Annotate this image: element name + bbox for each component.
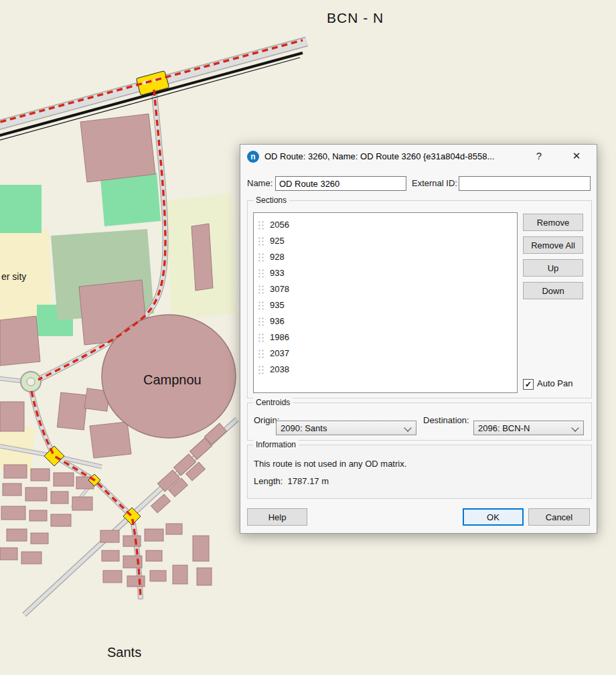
length-value: 1787.17 m [288,476,329,486]
section-list-item[interactable]: 1986 [254,329,517,345]
external-id-label: External ID: [412,176,457,191]
auto-pan-label: Auto Pan [537,378,573,389]
map-label-bcn-n: BCN - N [327,10,384,26]
section-list-item[interactable]: 2056 [254,216,517,232]
remove-button[interactable]: Remove [523,214,583,231]
help-button[interactable]: Help [247,508,307,526]
drag-handle-icon [257,236,264,246]
origin-dropdown[interactable]: 2090: Sants [276,421,416,435]
auto-pan-checkbox[interactable]: ✓ [523,379,534,390]
drag-handle-icon [257,348,264,358]
down-button[interactable]: Down [523,282,583,299]
close-icon[interactable]: ✕ [570,150,583,162]
chevron-down-icon [404,424,411,431]
dialog-title: OD Route: 3260, Name: OD Route 3260 {e31… [264,151,494,161]
drag-handle-icon [257,316,264,326]
information-group: Information This route is not used in an… [247,445,592,499]
information-legend: Information [253,440,299,449]
destination-dropdown[interactable]: 2096: BCN-N [473,421,584,435]
roundabout [21,372,41,392]
external-id-input[interactable] [459,176,591,191]
section-list-item[interactable]: 928 [254,248,517,265]
name-input[interactable] [275,176,406,191]
section-list-item[interactable]: 3078 [254,281,517,297]
destination-value: 2096: BCN-N [478,423,530,433]
drag-handle-icon [257,284,264,294]
help-icon[interactable]: ? [532,150,546,161]
cancel-button[interactable]: Cancel [528,508,590,526]
drag-handle-icon [257,364,264,374]
section-list-item[interactable]: 935 [254,297,517,313]
sections-list[interactable]: 20569259289333078935936198620372038 [253,212,518,393]
chevron-down-icon [571,424,579,431]
section-list-item[interactable]: 936 [254,313,517,329]
map-label-university-partial: er sity [1,271,26,282]
destination-label: Destination: [423,413,469,428]
drag-handle-icon [257,220,264,230]
map-label-sants: Sants [107,645,141,660]
dialog-titlebar[interactable]: n OD Route: 3260, Name: OD Route 3260 {e… [240,145,597,169]
od-route-dialog: n OD Route: 3260, Name: OD Route 3260 {e… [240,144,597,534]
railway-line [0,53,303,143]
drag-handle-icon [257,300,264,310]
section-list-item[interactable]: 2038 [254,361,517,377]
map-label-campnou: Campnou [143,372,202,388]
drag-handle-icon [257,332,264,342]
section-list-item[interactable]: 925 [254,232,517,248]
up-button[interactable]: Up [523,259,583,277]
sections-legend: Sections [253,196,289,205]
length-label: Length: [254,476,283,486]
origin-value: 2090: Sants [281,423,327,433]
drag-handle-icon [257,268,264,278]
name-label: Name: [247,176,273,191]
centroids-legend: Centroids [253,398,293,407]
remove-all-button[interactable]: Remove All [523,236,583,254]
info-length-line: Length: 1787.17 m [254,476,329,486]
drag-handle-icon [257,252,264,262]
section-list-item[interactable]: 933 [254,265,517,281]
section-list-item[interactable]: 2037 [254,345,517,361]
ok-button[interactable]: OK [463,508,524,526]
info-matrix-line: This route is not used in any OD matrix. [254,459,406,469]
centroids-group: Centroids Origin: 2090: Sants Destinatio… [247,402,592,441]
aimsun-n-icon: n [247,151,259,163]
sections-group: Sections 2056925928933307893593619862037… [247,200,592,398]
